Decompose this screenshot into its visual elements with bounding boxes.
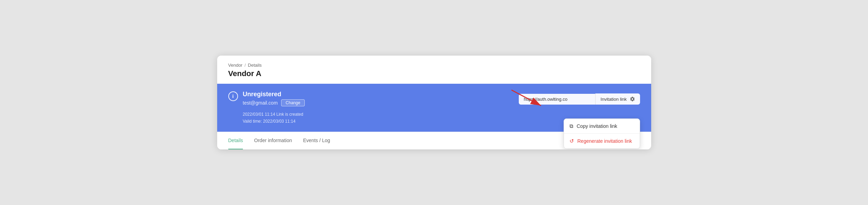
tab-order-information[interactable]: Order information: [254, 132, 292, 149]
info-icon: i: [228, 91, 238, 101]
breadcrumb: Vendor / Details: [228, 63, 640, 68]
change-button[interactable]: Change: [281, 99, 305, 106]
breadcrumb-root: Vendor: [228, 63, 243, 68]
link-url-input[interactable]: [519, 94, 595, 105]
email-row: test@gmail.com Change: [243, 99, 305, 106]
regenerate-invitation-link-item[interactable]: ↺ Regenerate invitation link: [564, 134, 640, 148]
email-text: test@gmail.com: [243, 100, 278, 106]
breadcrumb-current: Details: [248, 63, 262, 68]
copy-invitation-label: Copy invitation link: [577, 123, 617, 129]
status-label: Unregistered: [243, 91, 305, 98]
link-created-text: 2022/03/01 11:14 Link is created: [243, 111, 305, 118]
regenerate-icon: ↺: [570, 138, 574, 144]
banner-left: i Unregistered test@gmail.com Change 202…: [228, 91, 305, 124]
banner-info: Unregistered test@gmail.com Change 2022/…: [243, 91, 305, 124]
gear-icon: [630, 96, 635, 102]
dropdown-menu: ⧉ Copy invitation link ↺ Regenerate invi…: [564, 118, 640, 149]
copy-invitation-link-item[interactable]: ⧉ Copy invitation link: [564, 119, 640, 133]
link-meta: 2022/03/01 11:14 Link is created Valid t…: [243, 111, 305, 124]
copy-icon: ⧉: [570, 123, 573, 129]
invitation-link-button[interactable]: Invitation link: [595, 93, 640, 105]
tab-events-log[interactable]: Events / Log: [303, 132, 330, 149]
banner-section: i Unregistered test@gmail.com Change 202…: [217, 84, 651, 131]
page-title: Vendor A: [228, 69, 640, 78]
breadcrumb-separator: /: [245, 63, 246, 68]
main-container: Vendor / Details Vendor A i Unregistered…: [217, 56, 651, 149]
regenerate-invitation-label: Regenerate invitation link: [578, 138, 632, 144]
invitation-link-label: Invitation link: [600, 97, 627, 102]
tab-details[interactable]: Details: [228, 132, 243, 149]
banner-top: i Unregistered test@gmail.com Change 202…: [228, 91, 640, 124]
banner-right: Invitation link ⧉ Copy invitation link ↺…: [519, 93, 640, 105]
valid-time-text: Valid time: 2022/03/03 11:14: [243, 118, 305, 125]
header-section: Vendor / Details Vendor A: [217, 56, 651, 84]
